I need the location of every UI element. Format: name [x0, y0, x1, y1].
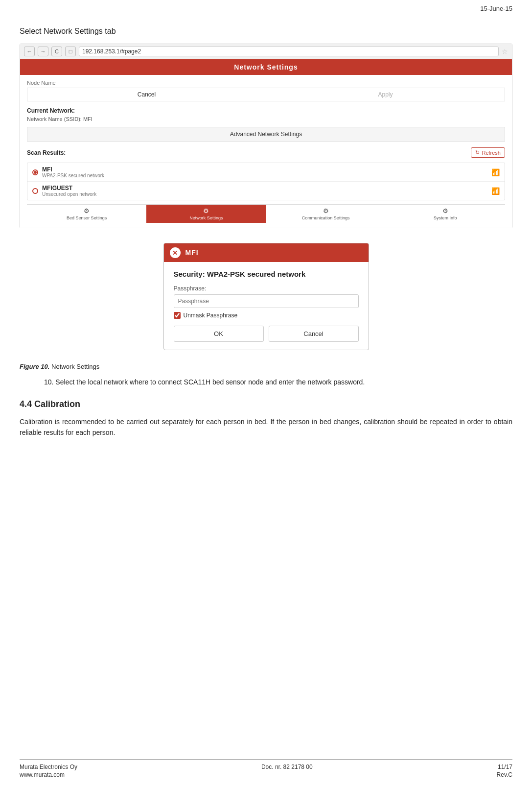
network-list: MFI WPA2-PSK secured network 📶 MFIGUEST	[27, 163, 505, 200]
step-number: 10.	[44, 378, 53, 386]
radio-unselected-icon	[32, 188, 38, 194]
calibration-paragraph: Calibration is recommended to be carried…	[20, 416, 512, 438]
popup-close-button[interactable]: ✕	[170, 247, 181, 258]
tab-network-settings[interactable]: ⚙ Network Settings	[146, 205, 266, 223]
figure-rest: Network Settings	[49, 363, 99, 370]
unmask-checkbox[interactable]	[174, 312, 181, 319]
scan-results-row: Scan Results: ↻ Refresh	[27, 147, 505, 158]
tab-network-label: Network Settings	[189, 215, 223, 220]
file-icon[interactable]: □	[65, 47, 76, 56]
section-title: Select Network Settings tab	[20, 27, 512, 36]
footer-right: 11/17 Rev.C	[497, 764, 512, 778]
refresh-scan-button[interactable]: ↻ Refresh	[471, 147, 505, 158]
popup-dialog: ✕ MFI Security: WPA2-PSK secured network…	[163, 243, 369, 350]
network-ssid: Network Name (SSID): MFI	[27, 116, 505, 122]
browser-toolbar: ← → C □ ☆	[20, 44, 512, 59]
apply-button[interactable]: Apply	[266, 88, 505, 101]
network-name-mfiguest: MFIGUEST	[42, 185, 96, 191]
refresh-button[interactable]: C	[51, 47, 62, 56]
advanced-network-button[interactable]: Advanced Network Settings	[27, 127, 505, 142]
node-name-label: Node Name	[27, 80, 505, 86]
popup-title: MFI	[185, 249, 199, 257]
popup-ok-button[interactable]: OK	[174, 326, 264, 342]
tab-bar: ⚙ Bed Sensor Settings ⚙ Network Settings…	[27, 204, 505, 223]
browser-window: ← → C □ ☆ Network Settings Node Name Can…	[20, 44, 512, 228]
unmask-row: Unmask Passphrase	[174, 312, 359, 319]
bed-sensor-tab-icon: ⚙	[84, 207, 90, 215]
tab-communication-settings[interactable]: ⚙ Communication Settings	[266, 205, 386, 223]
refresh-btn-label: Refresh	[482, 150, 501, 156]
page-footer: Murata Electronics Oy www.murata.com Doc…	[20, 759, 512, 778]
step-description: Select the local network where to connec…	[55, 378, 365, 386]
section-44-heading: 4.4 Calibration	[20, 399, 512, 409]
sysinfo-tab-icon: ⚙	[442, 207, 448, 215]
tab-bed-sensor-label: Bed Sensor Settings	[67, 215, 107, 220]
comm-tab-icon: ⚙	[323, 207, 329, 215]
bookmark-icon: ☆	[502, 48, 508, 55]
passphrase-input[interactable]	[174, 294, 359, 308]
step-text: 10. Select the local network where to co…	[44, 377, 512, 387]
scan-results-label: Scan Results:	[27, 149, 66, 156]
popup-security-label: Security: WPA2-PSK secured network	[174, 270, 359, 278]
footer-center: Doc. nr. 82 2178 00	[261, 764, 313, 778]
current-network-label: Current Network:	[27, 107, 505, 114]
network-item-mfiguest[interactable]: MFIGUEST Unsecured open network 📶	[27, 182, 505, 200]
popup-button-row: OK Cancel	[174, 326, 359, 342]
passphrase-label: Passphrase:	[174, 285, 359, 292]
tab-bed-sensor-settings[interactable]: ⚙ Bed Sensor Settings	[27, 205, 146, 223]
footer-page: 11/17	[497, 764, 512, 770]
network-tab-icon: ⚙	[203, 207, 209, 215]
url-bar[interactable]	[79, 47, 499, 56]
network-type-mfiguest: Unsecured open network	[42, 191, 96, 197]
footer-doc-nr: Doc. nr. 82 2178 00	[261, 764, 313, 770]
tab-comm-label: Communication Settings	[302, 215, 350, 220]
network-settings-ui: Network Settings Node Name Cancel Apply …	[20, 59, 512, 228]
back-button[interactable]: ←	[24, 47, 35, 56]
unmask-label: Unmask Passphrase	[184, 312, 238, 319]
wifi-icon-mfi: 📶	[491, 168, 500, 176]
figure-bold: Figure 10.	[20, 363, 49, 370]
radio-selected-icon	[32, 169, 38, 175]
network-item-mfi[interactable]: MFI WPA2-PSK secured network 📶	[27, 163, 505, 182]
cancel-button[interactable]: Cancel	[27, 88, 266, 101]
tab-sysinfo-label: System Info	[434, 215, 457, 220]
popup-body: Security: WPA2-PSK secured network Passp…	[164, 262, 369, 350]
page-date: 15-June-15	[20, 5, 512, 12]
footer-company: Murata Electronics Oy	[20, 764, 77, 770]
cancel-apply-row: Cancel Apply	[27, 88, 505, 101]
figure-caption: Figure 10. Network Settings	[20, 363, 512, 370]
popup-cancel-button[interactable]: Cancel	[269, 326, 359, 342]
refresh-icon: ↻	[475, 149, 480, 156]
forward-button[interactable]: →	[38, 47, 48, 56]
popup-header: ✕ MFI	[164, 243, 369, 262]
tab-system-info[interactable]: ⚙ System Info	[386, 205, 505, 223]
footer-website: www.murata.com	[20, 771, 77, 778]
network-type-mfi: WPA2-PSK secured network	[42, 173, 104, 178]
wifi-icon-mfiguest: 📶	[491, 187, 500, 195]
footer-left: Murata Electronics Oy www.murata.com	[20, 764, 77, 778]
net-settings-header: Network Settings	[20, 59, 512, 75]
footer-rev: Rev.C	[497, 771, 512, 778]
network-name-mfi: MFI	[42, 166, 104, 173]
